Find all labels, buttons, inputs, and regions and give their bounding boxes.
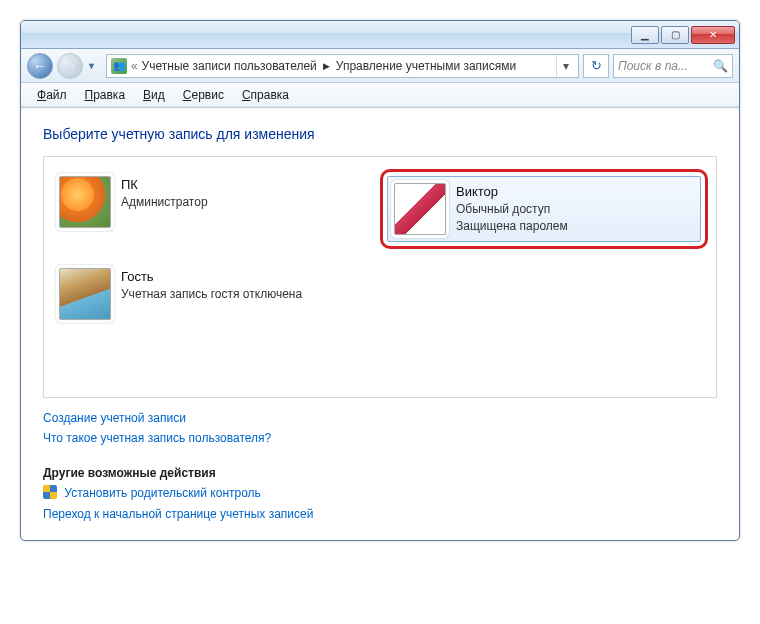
refresh-button[interactable]: ↻ xyxy=(583,54,609,78)
account-name: Виктор xyxy=(456,183,568,201)
back-arrow-icon: ← xyxy=(33,58,47,74)
account-tile-pk[interactable]: ПК Администратор xyxy=(52,169,380,249)
accounts-grid: ПК Администратор Виктор Обычный доступ З… xyxy=(43,156,717,398)
menu-tools[interactable]: Сервис xyxy=(175,86,232,104)
link-what-is-account[interactable]: Что такое учетная запись пользователя? xyxy=(43,431,271,445)
user-accounts-icon: 👥 xyxy=(111,58,127,74)
avatar-flower-icon xyxy=(59,176,111,228)
forward-arrow-icon: → xyxy=(63,58,77,74)
link-accounts-home[interactable]: Переход к начальной странице учетных зап… xyxy=(43,507,313,521)
maximize-button[interactable]: ▢ xyxy=(661,26,689,44)
account-role: Администратор xyxy=(121,194,208,211)
avatar-suitcase-icon xyxy=(59,268,111,320)
menu-help[interactable]: Справка xyxy=(234,86,297,104)
search-input[interactable]: Поиск в па... 🔍 xyxy=(613,54,733,78)
shield-icon xyxy=(43,485,57,499)
back-button[interactable]: ← xyxy=(27,53,53,79)
minimize-button[interactable]: ▁ xyxy=(631,26,659,44)
menu-bar: Файл Правка Вид Сервис Справка xyxy=(21,83,739,107)
account-status: Учетная запись гостя отключена xyxy=(121,286,302,303)
link-parental-controls[interactable]: Установить родительский контроль xyxy=(64,486,261,500)
highlight-callout: Виктор Обычный доступ Защищена паролем xyxy=(380,169,708,249)
breadcrumb-item-manage[interactable]: Управление учетными записями xyxy=(336,59,516,73)
close-button[interactable]: ✕ xyxy=(691,26,735,44)
control-panel-window: ▁ ▢ ✕ ← → ▼ 👥 « Учетные записи пользоват… xyxy=(20,20,740,541)
account-status: Защищена паролем xyxy=(456,218,568,235)
menu-edit[interactable]: Правка xyxy=(77,86,134,104)
account-role: Обычный доступ xyxy=(456,201,568,218)
breadcrumb-item-accounts[interactable]: Учетные записи пользователей xyxy=(142,59,317,73)
address-dropdown-button[interactable]: ▾ xyxy=(556,55,574,77)
refresh-icon: ↻ xyxy=(591,58,602,73)
search-placeholder: Поиск в па... xyxy=(618,59,688,73)
history-dropdown-icon[interactable]: ▼ xyxy=(87,61,96,71)
content-area: Выберите учетную запись для изменения ПК… xyxy=(21,110,739,540)
chevron-right-icon: ▶ xyxy=(323,61,330,71)
breadcrumb-prefix: « xyxy=(131,59,138,73)
nav-bar: ← → ▼ 👥 « Учетные записи пользователей ▶… xyxy=(21,49,739,83)
menu-view[interactable]: Вид xyxy=(135,86,173,104)
menu-file[interactable]: Файл xyxy=(29,86,75,104)
title-bar: ▁ ▢ ✕ xyxy=(21,21,739,49)
account-name: Гость xyxy=(121,268,302,286)
search-icon: 🔍 xyxy=(713,59,728,73)
other-actions-heading: Другие возможные действия xyxy=(43,463,717,483)
account-name: ПК xyxy=(121,176,208,194)
link-create-account[interactable]: Создание учетной записи xyxy=(43,411,186,425)
page-heading: Выберите учетную запись для изменения xyxy=(43,126,717,142)
avatar-origami-icon xyxy=(394,183,446,235)
action-links: Создание учетной записи Что такое учетна… xyxy=(43,408,717,524)
address-bar[interactable]: 👥 « Учетные записи пользователей ▶ Управ… xyxy=(106,54,579,78)
account-tile-guest[interactable]: Гость Учетная запись гостя отключена xyxy=(52,261,380,327)
forward-button[interactable]: → xyxy=(57,53,83,79)
account-tile-viktor[interactable]: Виктор Обычный доступ Защищена паролем xyxy=(387,176,701,242)
